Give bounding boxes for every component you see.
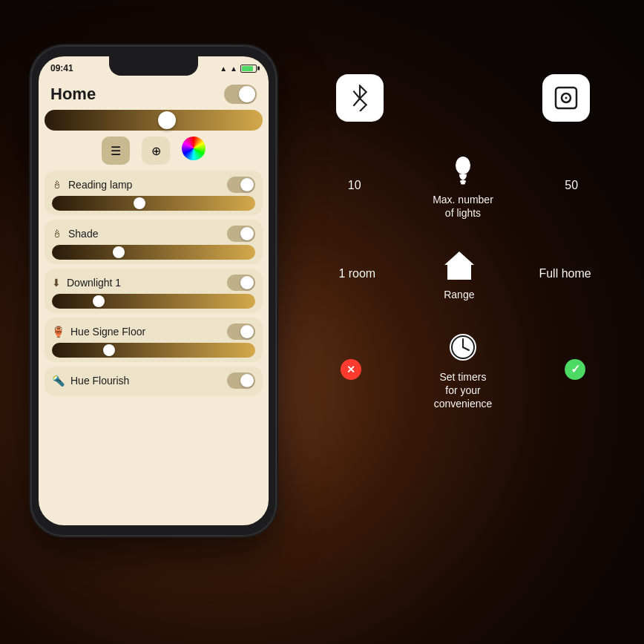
brightness-thumb — [158, 111, 176, 129]
list-item: 🔦 Hue Flourish — [45, 367, 263, 396]
tab-color[interactable] — [182, 137, 206, 160]
app-header: Home — [45, 77, 263, 108]
home-toggle[interactable] — [224, 85, 257, 104]
clock-icon-center — [444, 329, 482, 366]
timers-row: ✕ Set timers for your convenience — [297, 329, 629, 411]
check-icon: ✓ — [565, 359, 585, 380]
light-row-left: ⬇ Downlight 1 — [52, 277, 121, 289]
list-item: ⬇ Downlight 1 — [45, 269, 263, 313]
phone-screen: 09:41 ▲ ▲ Home — [39, 56, 269, 525]
list-item: 🕯 Reading lamp — [45, 171, 263, 215]
timers-right: ✓ — [565, 359, 585, 380]
svg-point-2 — [565, 97, 567, 99]
phone-notch — [109, 56, 198, 76]
range-label: Range — [444, 288, 474, 301]
bridge-feature — [542, 74, 590, 122]
status-icons: ▲ ▲ — [220, 65, 257, 73]
info-panel: 10 Max. number of lights 50 — [297, 59, 629, 599]
light-toggle-0[interactable] — [227, 177, 255, 193]
range-center: Range — [441, 246, 478, 301]
svg-point-3 — [456, 157, 470, 174]
list-item: 🕯 Shade — [45, 220, 263, 264]
bluetooth-icon-box — [336, 74, 384, 122]
light-name: Hue Signe Floor — [70, 326, 145, 338]
app-container: 09:41 ▲ ▲ Home — [0, 0, 644, 644]
light-row-left: 🔦 Hue Flourish — [52, 375, 129, 387]
light-row-header: 🕯 Shade — [52, 226, 255, 242]
toggle-knob — [240, 178, 254, 191]
slider-thumb — [134, 197, 145, 209]
light-slider-2[interactable] — [52, 294, 255, 309]
light-row-header: 🏺 Hue Signe Floor — [52, 323, 255, 340]
location-icon: ▲ — [220, 65, 227, 73]
svg-rect-4 — [460, 180, 466, 183]
battery-icon — [240, 65, 257, 73]
tab-scenes[interactable]: ⊕ — [142, 137, 170, 165]
bridge-icon-box — [542, 74, 590, 122]
max-lights-row: 10 Max. number of lights 50 — [297, 151, 629, 220]
tab-bar: ☰ ⊕ — [45, 137, 263, 165]
light-name: Hue Flourish — [70, 375, 129, 387]
light-row-header: ⬇ Downlight 1 — [52, 275, 255, 291]
svg-marker-6 — [444, 252, 474, 280]
bulb-icon-center — [444, 151, 482, 188]
range-right: Full home — [539, 267, 591, 280]
max-lights-label: Max. number of lights — [433, 193, 493, 220]
floor-lamp-icon: 🏺 — [52, 326, 65, 338]
bluetooth-dot — [373, 79, 378, 83]
x-icon: ✕ — [341, 359, 361, 380]
light-row-left: 🏺 Hue Signe Floor — [52, 326, 145, 338]
brightness-slider[interactable] — [45, 110, 263, 131]
light-toggle-3[interactable] — [227, 323, 255, 340]
light-slider-0[interactable] — [52, 196, 255, 211]
light-name: Reading lamp — [68, 179, 132, 191]
light-row-left: 🕯 Shade — [52, 228, 98, 240]
wifi-icon: ▲ — [230, 65, 237, 73]
ceiling-icon: 🔦 — [52, 375, 65, 387]
toggle-knob — [240, 227, 254, 240]
top-icons-row — [297, 59, 629, 122]
list-item: 🏺 Hue Signe Floor — [45, 318, 263, 362]
home-icon-center — [441, 246, 478, 283]
app-content: Home ☰ ⊕ — [39, 77, 269, 396]
bulb-icon: 🕯 — [52, 228, 62, 240]
light-name: Downlight 1 — [67, 277, 121, 289]
home-toggle-knob — [239, 86, 255, 102]
light-slider-3[interactable] — [52, 343, 255, 358]
timers-center: Set timers for your convenience — [434, 329, 493, 411]
timers-left: ✕ — [341, 359, 361, 380]
light-row-left: 🕯 Reading lamp — [52, 179, 132, 191]
bridge-svg — [550, 82, 582, 114]
range-row: 1 room Range Full home — [297, 246, 629, 301]
app-title: Home — [50, 85, 96, 104]
light-toggle-2[interactable] — [227, 275, 255, 291]
light-slider-1[interactable] — [52, 245, 255, 260]
bulb-icon: 🕯 — [52, 179, 62, 191]
light-row-header: 🕯 Reading lamp — [52, 177, 255, 193]
downlight-icon: ⬇ — [52, 277, 61, 289]
max-lights-left: 10 — [332, 179, 377, 192]
max-lights-right: 50 — [549, 179, 594, 192]
phone-mockup: 09:41 ▲ ▲ Home — [31, 46, 276, 536]
slider-thumb — [93, 295, 105, 307]
bluetooth-svg — [346, 85, 373, 111]
status-time: 09:41 — [50, 63, 73, 73]
light-toggle-4[interactable] — [227, 372, 255, 389]
slider-thumb — [103, 344, 115, 356]
light-row-header: 🔦 Hue Flourish — [52, 372, 255, 389]
toggle-knob — [240, 276, 254, 289]
slider-thumb — [113, 246, 125, 258]
toggle-knob — [240, 325, 254, 338]
light-toggle-1[interactable] — [227, 226, 255, 242]
timers-label: Set timers for your convenience — [434, 370, 493, 411]
max-lights-center: Max. number of lights — [433, 151, 493, 220]
bluetooth-feature — [336, 74, 384, 122]
svg-rect-5 — [461, 183, 465, 185]
tab-list[interactable]: ☰ — [102, 137, 130, 165]
range-left: 1 room — [335, 267, 379, 280]
toggle-knob — [240, 374, 254, 387]
light-name: Shade — [68, 228, 98, 240]
